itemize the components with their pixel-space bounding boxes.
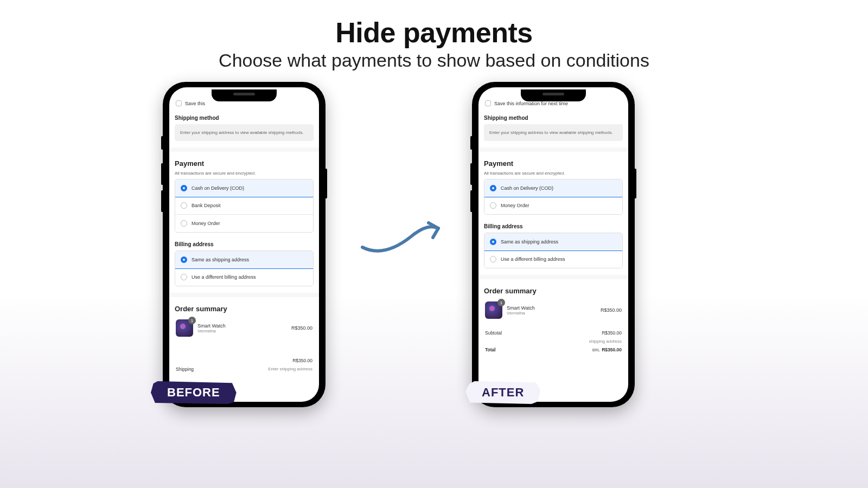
billing-option-different[interactable]: Use a different billing address bbox=[484, 251, 622, 268]
product-variant: Vermelha bbox=[507, 311, 596, 316]
option-label: Cash on Delivery (COD) bbox=[501, 185, 553, 191]
payment-subtitle: All transactions are secure and encrypte… bbox=[484, 171, 623, 176]
qty-badge: 1 bbox=[188, 317, 196, 324]
shipping-method-title: Shipping method bbox=[175, 115, 314, 121]
radio-icon bbox=[181, 274, 187, 280]
shipping-method-title: Shipping method bbox=[484, 115, 623, 121]
shipping-row: Shipping Enter shipping address bbox=[175, 365, 314, 374]
checkout-screen-after: Save this information for next time Ship… bbox=[478, 98, 628, 402]
product-variant: Vermelha bbox=[197, 329, 287, 333]
shipping-hint: Enter your shipping address to view avai… bbox=[175, 124, 314, 141]
checkbox-icon[interactable] bbox=[176, 100, 182, 106]
radio-icon bbox=[181, 256, 187, 263]
product-image: 1 bbox=[176, 319, 193, 337]
radio-icon bbox=[181, 202, 187, 209]
payment-option-cod[interactable]: Cash on Delivery (COD) bbox=[484, 179, 623, 197]
shipping-hint: Enter your shipping address to view avai… bbox=[484, 124, 623, 141]
payment-option-cod[interactable]: Cash on Delivery (COD) bbox=[175, 179, 314, 197]
line-item: 1 Smart Watch Vermelha R$350.00 bbox=[484, 298, 623, 322]
option-label: Cash on Delivery (COD) bbox=[192, 185, 244, 191]
billing-options: Same as shipping address Use a different… bbox=[484, 233, 623, 268]
page-subtitle: Choose what payments to show based on co… bbox=[0, 50, 868, 71]
option-label: Same as shipping address bbox=[501, 239, 558, 245]
radio-icon bbox=[490, 256, 496, 262]
payment-subtitle: All transactions are secure and encrypte… bbox=[175, 171, 314, 176]
shipping-label: Shipping bbox=[176, 367, 194, 372]
save-info-label: Save this bbox=[185, 101, 205, 106]
payment-option-bank[interactable]: Bank Deposit bbox=[175, 197, 313, 215]
phone-before: Save this Shipping method Enter your shi… bbox=[163, 82, 326, 407]
product-name: Smart Watch bbox=[507, 305, 596, 311]
option-label: Use a different billing address bbox=[192, 274, 256, 280]
phone-after: Save this information for next time Ship… bbox=[472, 82, 635, 407]
payment-title: Payment bbox=[175, 159, 314, 168]
shipping-value: shipping address bbox=[589, 339, 622, 344]
arrow-icon bbox=[357, 215, 449, 258]
subtotal-label: Subtotal bbox=[485, 330, 502, 336]
save-info-row[interactable]: Save this bbox=[175, 98, 314, 111]
page-title: Hide payments bbox=[0, 16, 868, 49]
checkbox-icon[interactable] bbox=[485, 100, 491, 106]
total-label: Total bbox=[485, 347, 496, 352]
order-summary-title: Order summary bbox=[484, 287, 623, 295]
billing-option-different[interactable]: Use a different billing address bbox=[175, 268, 313, 286]
subtotal-row: Subtotal R$350.00 bbox=[484, 329, 623, 337]
option-label: Same as shipping address bbox=[192, 257, 249, 262]
billing-options: Same as shipping address Use a different… bbox=[175, 251, 314, 286]
radio-icon bbox=[490, 239, 496, 245]
radio-icon bbox=[181, 220, 187, 227]
line-item: 1 Smart Watch Vermelha R$350.00 bbox=[175, 316, 314, 340]
product-price: R$350.00 bbox=[291, 325, 312, 331]
billing-title: Billing address bbox=[484, 223, 623, 229]
total-value: R$350.00 bbox=[602, 347, 622, 352]
option-label: Bank Deposit bbox=[192, 203, 221, 208]
shipping-value: Enter shipping address bbox=[268, 367, 312, 372]
product-price: R$350.00 bbox=[601, 307, 622, 313]
radio-icon bbox=[490, 202, 496, 209]
shipping-row: shipping address bbox=[484, 337, 623, 345]
total-row: Total BRLR$350.00 bbox=[484, 345, 623, 354]
billing-option-same[interactable]: Same as shipping address bbox=[175, 251, 314, 269]
payment-options: Cash on Delivery (COD) Money Order bbox=[484, 179, 623, 215]
phones-container: Save this Shipping method Enter your shi… bbox=[0, 71, 868, 461]
radio-icon bbox=[181, 185, 187, 191]
option-label: Money Order bbox=[192, 221, 220, 226]
billing-title: Billing address bbox=[175, 241, 314, 247]
heading: Hide payments Choose what payments to sh… bbox=[0, 0, 868, 71]
payment-option-money-order[interactable]: Money Order bbox=[175, 215, 313, 232]
after-badge: AFTER bbox=[465, 381, 540, 404]
subtotal-value: R$350.00 bbox=[292, 358, 312, 363]
subtotal-row: R$350.00 bbox=[175, 356, 314, 365]
payment-option-money-order[interactable]: Money Order bbox=[484, 197, 622, 214]
payment-title: Payment bbox=[484, 159, 623, 168]
billing-option-same[interactable]: Same as shipping address bbox=[484, 233, 623, 251]
checkout-screen-before: Save this Shipping method Enter your shi… bbox=[169, 98, 319, 402]
qty-badge: 1 bbox=[497, 299, 505, 306]
radio-icon bbox=[490, 185, 496, 191]
before-badge: BEFORE bbox=[151, 381, 237, 404]
subtotal-value: R$350.00 bbox=[602, 330, 622, 336]
order-summary-title: Order summary bbox=[175, 305, 314, 313]
payment-options: Cash on Delivery (COD) Bank Deposit Mone… bbox=[175, 179, 314, 233]
save-info-row[interactable]: Save this information for next time bbox=[484, 98, 623, 111]
currency: BRL bbox=[592, 348, 600, 352]
product-image: 1 bbox=[485, 301, 502, 319]
option-label: Use a different billing address bbox=[501, 256, 565, 262]
option-label: Money Order bbox=[501, 203, 529, 208]
save-info-label: Save this information for next time bbox=[494, 101, 568, 106]
product-name: Smart Watch bbox=[197, 323, 287, 329]
